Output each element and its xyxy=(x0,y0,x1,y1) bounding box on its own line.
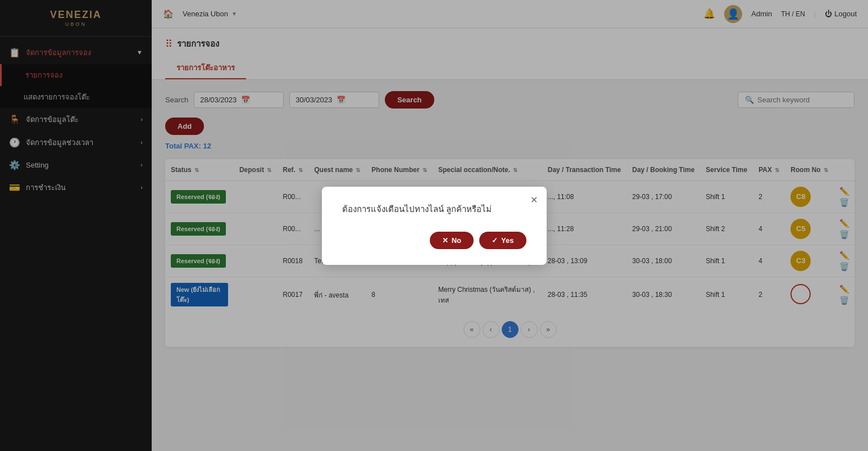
modal-overlay: ✕ ต้องการแจ้งเตือนไปทางไลน์ ลูกค้าหรือไม… xyxy=(0,0,868,451)
modal-dialog: ✕ ต้องการแจ้งเตือนไปทางไลน์ ลูกค้าหรือไม… xyxy=(322,187,547,265)
no-label: No xyxy=(452,236,461,245)
modal-actions: ✕ No ✓ Yes xyxy=(342,232,526,249)
modal-no-button[interactable]: ✕ No xyxy=(430,232,474,249)
modal-title: ต้องการแจ้งเตือนไปทางไลน์ ลูกค้าหรือไม่ xyxy=(342,202,526,216)
x-icon: ✕ xyxy=(442,236,448,245)
modal-close-button[interactable]: ✕ xyxy=(530,195,538,205)
check-icon: ✓ xyxy=(492,236,498,245)
yes-label: Yes xyxy=(501,236,513,245)
modal-yes-button[interactable]: ✓ Yes xyxy=(479,232,526,249)
